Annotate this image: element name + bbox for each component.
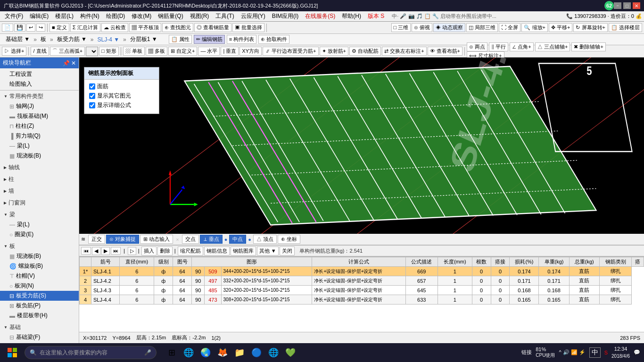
tool-horizontal[interactable]: — 水平 bbox=[198, 47, 220, 56]
toolbar-undo[interactable]: ↩ bbox=[26, 24, 35, 32]
taskbar-search[interactable]: 🔍 在这里输入你要搜索的内容 🎤 bbox=[25, 346, 157, 359]
menu-bim[interactable]: BIM应用(I) bbox=[269, 11, 302, 21]
tool-xy[interactable]: XY方向 bbox=[239, 47, 262, 56]
nav-axis-grid[interactable]: ⊞ 轴网(J) bbox=[0, 101, 79, 111]
tool-parallel[interactable]: ⫽ 平行边布置受力筋+ bbox=[263, 47, 318, 56]
rebar-insert[interactable]: 插入 bbox=[141, 247, 157, 255]
snap-orthogonal[interactable]: 正交 bbox=[88, 235, 105, 244]
app-ie2[interactable]: 🦊 bbox=[215, 345, 230, 360]
tool-select[interactable]: ▷ 选择+ bbox=[2, 47, 26, 56]
rebar-nav-next[interactable]: ▶ bbox=[101, 247, 110, 255]
tool-angle[interactable]: ∠ 点角+ bbox=[510, 42, 533, 51]
table-row[interactable]: 4 SLJ-4.4 6 ф 64 90 473 70 308+200-20+15… bbox=[80, 295, 644, 304]
nav-beam-sec[interactable]: ▼ 梁 bbox=[0, 210, 79, 220]
toolbar-calc[interactable]: Σ 汇总计算 bbox=[70, 23, 100, 32]
toolbar-local-3d[interactable]: ◫ 局部三维 bbox=[466, 23, 498, 32]
app-edge[interactable]: 🌐 bbox=[181, 345, 196, 360]
toolbar-3d[interactable]: □ 三维 bbox=[391, 23, 411, 32]
nav-beam[interactable]: — 梁(L) bbox=[0, 141, 79, 151]
menu-component[interactable]: 构件(N) bbox=[77, 11, 102, 21]
snap-object[interactable]: ⊙ 对象捕捉 bbox=[106, 235, 139, 244]
nav-col[interactable]: ▶ 柱 bbox=[0, 174, 79, 184]
nav-slab-rebar[interactable]: ⊟ 板受力筋(S) bbox=[0, 291, 79, 301]
toolbar-new[interactable]: 📄 bbox=[2, 24, 13, 32]
tool-radial[interactable]: ✦ 放射筋+ bbox=[320, 47, 348, 56]
tool-3pt-aux[interactable]: △ 三点辅轴+ bbox=[535, 42, 570, 51]
nav-drawing-input[interactable]: 绘图输入 bbox=[0, 79, 79, 89]
menu-file[interactable]: 文件(F) bbox=[2, 11, 26, 21]
cb-formula[interactable] bbox=[89, 102, 95, 108]
tool-line[interactable]: / 直线 bbox=[31, 47, 49, 56]
tool-custom[interactable]: ⊞ 自定义+ bbox=[168, 47, 197, 56]
menu-tools[interactable]: 工具(T) bbox=[213, 11, 237, 21]
app-ie[interactable]: 🌏 bbox=[198, 345, 213, 360]
rebar-delete[interactable]: 删除 bbox=[157, 247, 173, 255]
menu-version[interactable]: 版本 S bbox=[365, 11, 387, 21]
table-row[interactable]: 3 SLJ-4.3 6 ф 64 90 485 70 320+200-20+15… bbox=[80, 286, 644, 295]
toolbar-top-view[interactable]: ⊙ 俯视 bbox=[412, 23, 432, 32]
toolbar-level-top[interactable]: ▦ 平齐板顶 bbox=[129, 23, 161, 32]
path-slab[interactable]: 板 bbox=[39, 34, 48, 44]
maximize-button[interactable]: □ bbox=[623, 2, 631, 9]
snap-perp[interactable]: ⊥ 垂点 bbox=[200, 235, 223, 244]
nav-column[interactable]: ⊓ 柱柱(Z) bbox=[0, 121, 79, 131]
toolbar-redo[interactable]: ↪ bbox=[36, 24, 45, 32]
nav-cast-slab2[interactable]: ▦ 现浇板(B) bbox=[0, 251, 79, 261]
nav-col-cap[interactable]: ⊤ 柱帽(V) bbox=[0, 271, 79, 281]
nav-cast-slab[interactable]: ▦ 现浇板(B) bbox=[0, 151, 79, 161]
canvas-area[interactable]: SLJ-4.0@北 5 钢筋显示控制面板 面筋 bbox=[79, 58, 644, 234]
toolbar-view-rebar[interactable]: ◎ 查看钢筋量 bbox=[194, 23, 231, 32]
toolbar-save[interactable]: 💾 bbox=[14, 24, 25, 32]
rebar-scale[interactable]: 缩尺配筋 bbox=[178, 247, 203, 255]
path-slj4[interactable]: SLJ-4 ▼ bbox=[96, 35, 122, 44]
toolbar-cloud-check[interactable]: ☁ 云检查 bbox=[101, 23, 128, 32]
app-green[interactable]: 🔵 bbox=[249, 345, 264, 360]
nav-raft-found[interactable]: ▬ 筏板基础(M) bbox=[0, 111, 79, 121]
menu-edit[interactable]: 编辑(E) bbox=[27, 11, 51, 21]
toolbar-zoom[interactable]: 🔍 缩放+ bbox=[521, 23, 547, 32]
toolbar-floor-select[interactable]: 📋 选择楼层 bbox=[609, 23, 642, 32]
nav-shear-wall[interactable]: ▐ 剪力墙(Q) bbox=[0, 131, 79, 141]
toolbar-screen-rot[interactable]: ↻ 屏幕旋转+ bbox=[573, 23, 607, 32]
app-task-view[interactable]: ⊞ bbox=[164, 345, 179, 360]
path-base-floor[interactable]: 基础层 ▼ bbox=[4, 34, 32, 44]
nav-found-sec[interactable]: ▼ 基础 bbox=[0, 322, 79, 332]
toolbar-dynamic[interactable]: ◈ 动态观察 bbox=[433, 23, 465, 32]
rebar-close[interactable]: 关闭 bbox=[280, 247, 295, 255]
tool-multi-slab[interactable]: ▦ 多板 bbox=[146, 47, 167, 56]
tool-auto[interactable]: ⚙ 自动配筋 bbox=[349, 47, 381, 56]
menu-draw[interactable]: 绘图(D) bbox=[103, 11, 128, 21]
menu-rebar-qty[interactable]: 钢筋量(Q) bbox=[155, 11, 186, 21]
toolbar-fullscreen[interactable]: ⛶ 全屏 bbox=[499, 23, 520, 32]
path-layer[interactable]: 分层板1 ▼ bbox=[128, 34, 159, 44]
rebar-other[interactable]: 其他 ▼ bbox=[257, 247, 279, 255]
path-rebar-type[interactable]: 板受力筋 ▼ bbox=[55, 34, 89, 44]
menu-help[interactable]: 帮助(H) bbox=[339, 11, 364, 21]
tool-swap[interactable]: ⇄ 交换左右标注+ bbox=[382, 47, 426, 56]
tool-vertical[interactable]: | 垂直 bbox=[221, 47, 239, 56]
close-button[interactable]: ✕ bbox=[633, 2, 640, 9]
side-nav-pin[interactable]: 📌 ✕ bbox=[63, 60, 76, 66]
nav-found-beam[interactable]: ⊟ 基础梁(F) bbox=[0, 332, 79, 342]
nav-slab-neg[interactable]: ⊠ 板负筋(P) bbox=[0, 301, 79, 311]
tool-combo[interactable] bbox=[86, 47, 98, 56]
tool-arc[interactable]: ⌒ 三点画弧+ bbox=[50, 47, 85, 56]
btn-properties[interactable]: 📋 属性 bbox=[169, 35, 192, 44]
nav-wall[interactable]: ▶ 墙 bbox=[0, 186, 79, 196]
snap-dynamic[interactable]: ⊞ 动态输入 bbox=[140, 235, 173, 244]
btn-edit-rebar[interactable]: ✏ 编辑钢筋 bbox=[194, 35, 225, 44]
rebar-nav-jump[interactable]: ▷ bbox=[128, 247, 136, 255]
app-glue[interactable]: 💚 bbox=[283, 345, 298, 360]
nav-ring-beam[interactable]: ○ 圈梁(E) bbox=[0, 230, 79, 239]
menu-online[interactable]: 在线服务(S) bbox=[302, 11, 338, 21]
tool-view-rebar[interactable]: 👁 查看布筋+ bbox=[428, 47, 462, 56]
snap-coord[interactable]: ⊕ 坐标 bbox=[278, 235, 300, 244]
app-blue1[interactable]: 🌐 bbox=[266, 345, 281, 360]
table-row[interactable]: 1* SLJ-4.1 6 ф 64 90 509 70 344+200-20+1… bbox=[80, 267, 644, 276]
menu-floor[interactable]: 楼层(L) bbox=[52, 11, 76, 21]
toolbar-find-elem[interactable]: ⊕ 查找图元 bbox=[162, 23, 193, 32]
btn-component-list[interactable]: ≡ 构件列表 bbox=[227, 35, 256, 44]
table-row[interactable]: 2 SLJ-4.2 6 ф 64 90 497 70 332+200-20+15… bbox=[80, 276, 644, 286]
toolbar-define[interactable]: ■ 定义 bbox=[50, 23, 69, 32]
cb-face[interactable] bbox=[89, 83, 95, 90]
